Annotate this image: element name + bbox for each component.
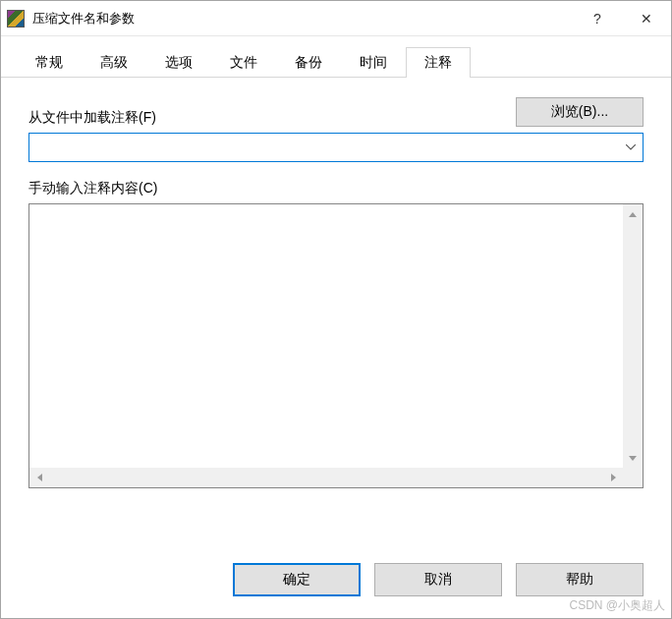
help-icon[interactable]: ? xyxy=(573,1,622,35)
app-icon xyxy=(7,10,25,28)
dialog-window: 压缩文件名和参数 ? ✕ 常规 高级 选项 文件 备份 时间 注释 从文件中加载… xyxy=(0,0,672,619)
tab-comment[interactable]: 注释 xyxy=(406,47,471,78)
load-from-file-label: 从文件中加载注释(F) xyxy=(28,109,156,127)
titlebar: 压缩文件名和参数 ? ✕ xyxy=(1,1,671,36)
comment-textarea[interactable] xyxy=(29,204,623,468)
tab-strip: 常规 高级 选项 文件 备份 时间 注释 xyxy=(1,36,671,78)
tab-options[interactable]: 选项 xyxy=(146,47,211,78)
browse-button[interactable]: 浏览(B)... xyxy=(516,97,644,127)
watermark: CSDN @小奥超人 xyxy=(569,597,665,614)
comment-textarea-container xyxy=(28,203,644,488)
file-path-input[interactable] xyxy=(29,140,619,155)
tab-general[interactable]: 常规 xyxy=(17,47,82,78)
close-icon[interactable]: ✕ xyxy=(622,1,671,35)
horizontal-scrollbar[interactable] xyxy=(29,468,623,487)
scroll-left-icon[interactable] xyxy=(29,468,49,487)
window-title: 压缩文件名和参数 xyxy=(32,10,573,28)
tab-files[interactable]: 文件 xyxy=(211,47,276,78)
tab-time[interactable]: 时间 xyxy=(341,47,406,78)
scroll-up-icon[interactable] xyxy=(623,204,643,224)
scroll-down-icon[interactable] xyxy=(623,448,643,468)
file-path-combobox[interactable] xyxy=(28,133,644,162)
titlebar-buttons: ? ✕ xyxy=(573,1,671,35)
load-row: 从文件中加载注释(F) 浏览(B)... xyxy=(28,97,644,127)
scroll-corner xyxy=(623,468,643,487)
scroll-right-icon[interactable] xyxy=(603,468,623,487)
tab-panel-comment: 从文件中加载注释(F) 浏览(B)... 手动输入注释内容(C) xyxy=(1,78,671,504)
manual-input-label: 手动输入注释内容(C) xyxy=(28,180,644,197)
cancel-button[interactable]: 取消 xyxy=(374,563,502,596)
tab-backup[interactable]: 备份 xyxy=(276,47,341,78)
help-button[interactable]: 帮助 xyxy=(516,563,644,596)
dialog-button-row: 确定 取消 帮助 xyxy=(233,563,644,596)
chevron-down-icon[interactable] xyxy=(619,134,643,161)
ok-button[interactable]: 确定 xyxy=(233,563,361,596)
tab-advanced[interactable]: 高级 xyxy=(82,47,146,78)
vertical-scrollbar[interactable] xyxy=(623,204,643,468)
